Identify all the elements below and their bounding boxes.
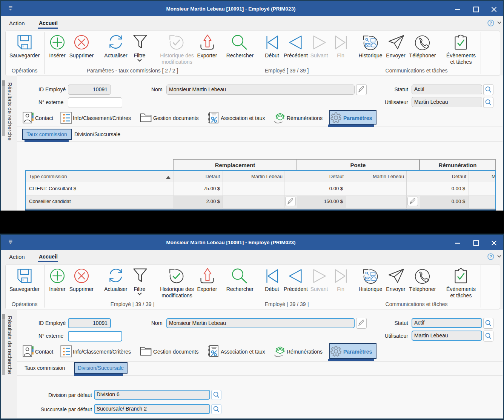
svg-text:?: ? [490, 254, 492, 259]
svg-text:?: ? [490, 21, 492, 25]
